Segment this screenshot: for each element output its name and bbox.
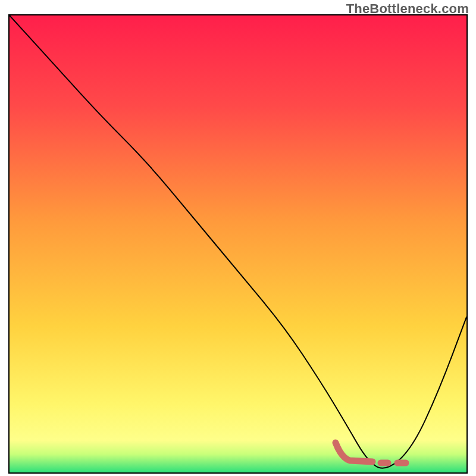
plot-border <box>8 14 468 474</box>
chart-frame: TheBottleneck.com <box>0 0 476 476</box>
gradient-background <box>10 15 466 472</box>
plot-svg <box>10 15 466 472</box>
